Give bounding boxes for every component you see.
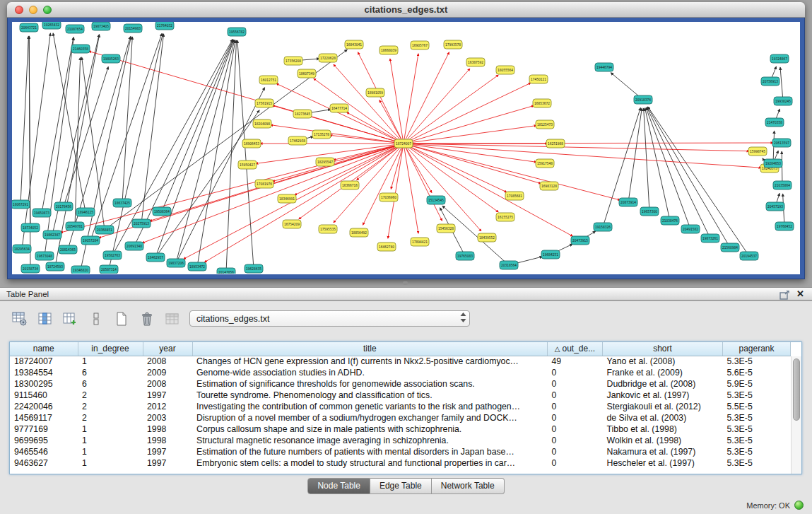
graph-node[interactable]: 17081976 [255, 180, 273, 188]
graph-node[interactable]: 20814365 [59, 245, 77, 254]
graph-node[interactable]: 16012751 [259, 76, 278, 84]
graph-edge[interactable] [29, 36, 30, 269]
table-row[interactable]: 977716911998Corpus callosum shape and si… [10, 424, 791, 435]
graph-edge[interactable] [404, 144, 541, 184]
table-row[interactable]: 1938455462009Genome-wide association stu… [10, 367, 791, 378]
graph-node[interactable]: 17036960 [379, 193, 398, 201]
graph-node[interactable]: 18295547 [316, 158, 334, 166]
graph-edge[interactable] [404, 54, 418, 144]
graph-edge[interactable] [162, 40, 233, 211]
graph-node[interactable]: 19862347 [43, 230, 61, 239]
graph-node[interactable]: 19450873 [33, 209, 51, 217]
graph-edge[interactable] [404, 75, 498, 144]
graph-node[interactable]: 16366716 [341, 181, 359, 189]
graph-node[interactable]: 18125473 [536, 120, 554, 129]
graph-edge[interactable] [404, 144, 442, 221]
graph-node[interactable]: 16754209 [283, 220, 301, 228]
column-header-short[interactable]: short [603, 342, 723, 356]
graph-node[interactable]: 20457193 [766, 202, 784, 211]
graph-node[interactable]: 20368451 [95, 226, 114, 234]
table-row[interactable]: 969969511998Structural magnetic resonanc… [10, 435, 791, 446]
graph-node[interactable]: 20613597 [772, 139, 791, 147]
graph-node[interactable]: 19873261 [701, 234, 719, 243]
import-table-button[interactable] [164, 310, 181, 327]
graph-edge[interactable] [404, 143, 773, 144]
graph-edge[interactable] [404, 52, 449, 144]
graph-node[interactable]: 21560984 [721, 243, 739, 252]
graph-node[interactable]: 17595535 [319, 225, 337, 233]
column-header-out_degree[interactable]: △out_de... [548, 342, 603, 356]
graph-node[interactable]: 18724593 [46, 262, 64, 271]
graph-edge[interactable] [645, 108, 670, 221]
graph-node[interactable]: 20147856 [217, 268, 235, 274]
graph-node[interactable]: 20691348 [125, 242, 143, 250]
graph-node[interactable]: 17135278 [312, 130, 331, 139]
table-row[interactable]: 1456911722003Disruption of a novel membe… [10, 412, 791, 424]
graph-node[interactable]: 21035864 [773, 181, 792, 189]
graph-edge[interactable] [628, 108, 642, 202]
graph-edge[interactable] [404, 144, 418, 233]
graph-node[interactable]: 15456328 [437, 224, 455, 233]
graph-node[interactable]: 19765083 [456, 252, 474, 260]
graph-edge[interactable] [648, 107, 749, 256]
graph-node[interactable]: 20643721 [20, 23, 38, 32]
graph-edge[interactable] [20, 36, 28, 204]
graph-node[interactable]: 20318564 [500, 261, 518, 269]
graph-node[interactable]: 16477714 [330, 104, 348, 112]
graph-node[interactable]: 18055564 [496, 66, 514, 74]
graph-node[interactable]: 20275913 [132, 219, 151, 228]
graph-node[interactable]: 17894421 [411, 238, 429, 246]
graph-node[interactable]: 19873405 [92, 22, 110, 30]
graph-node[interactable]: 18273645 [293, 110, 312, 118]
graph-node[interactable]: 16387592 [466, 58, 485, 66]
column-header-in_degree[interactable]: in_degree [78, 342, 143, 356]
graph-node[interactable]: 19158326 [594, 223, 612, 231]
graph-node[interactable]: 18462957 [146, 253, 165, 262]
graph-edge[interactable] [780, 67, 783, 101]
splitter-handle[interactable] [403, 281, 408, 285]
float-panel-button[interactable] [779, 290, 789, 299]
graph-edge[interactable] [358, 52, 404, 144]
scrollbar-thumb[interactable] [793, 358, 800, 421]
graph-node[interactable]: 20587314 [100, 265, 118, 274]
tab-node-table[interactable]: Node Table [307, 478, 370, 494]
table-row[interactable]: 2242004622012Investigating the contribut… [10, 401, 791, 412]
graph-node[interactable]: 20178456 [54, 202, 73, 211]
graph-edge[interactable] [141, 34, 164, 223]
table-row[interactable]: 1830029562008Estimation of significance … [10, 378, 791, 390]
graph-node[interactable]: 19446794 [595, 63, 613, 71]
graph-node[interactable]: 18204098 [253, 119, 271, 128]
graph-edge[interactable] [404, 105, 534, 144]
column-header-title[interactable]: title [192, 342, 548, 356]
graph-node[interactable]: 15917548 [536, 159, 554, 168]
delete-table-button[interactable] [139, 310, 155, 327]
graph-edge[interactable] [404, 144, 481, 231]
network-canvas[interactable]: 1872400716251988159175481698312817085681… [12, 22, 800, 274]
graph-node[interactable]: 18067291 [12, 200, 30, 209]
graph-node[interactable]: 20918374 [634, 95, 652, 104]
graph-node[interactable]: 18439552 [478, 233, 496, 242]
graph-edge[interactable] [404, 144, 761, 168]
graph-node[interactable]: 19768452 [775, 222, 794, 230]
attribute-table[interactable]: namein_degreeyeartitle△out_de...shortpag… [9, 341, 802, 474]
table-row[interactable]: 946554611997Estimation of the future num… [10, 446, 791, 457]
graph-node[interactable]: 19837206 [167, 259, 185, 267]
graph-node[interactable]: 16983128 [540, 182, 558, 190]
graph-node[interactable]: 16905767 [411, 41, 429, 49]
graph-node[interactable]: 20473915 [571, 236, 589, 245]
graph-node[interactable]: 18668039 [379, 46, 398, 54]
citation-network-graph[interactable]: 1872400716251988159175481698312817085681… [12, 22, 800, 274]
graph-node[interactable]: 19582763 [103, 251, 122, 259]
column-header-year[interactable]: year [143, 342, 192, 356]
table-mode-button[interactable] [11, 310, 28, 327]
graph-node[interactable]: 15950427 [238, 160, 257, 169]
graph-node[interactable]: 21764032 [155, 22, 174, 30]
graph-edge[interactable] [404, 144, 498, 212]
graph-node[interactable]: 18637425 [113, 199, 131, 207]
graph-node[interactable]: 20873914 [619, 198, 637, 206]
graph-node[interactable]: 19265432 [42, 22, 61, 29]
graph-node[interactable]: 19284653 [764, 159, 782, 168]
graph-node[interactable]: 16462740 [377, 243, 396, 251]
graph-node[interactable]: 19346820 [71, 266, 90, 274]
graph-edge[interactable] [603, 107, 640, 227]
